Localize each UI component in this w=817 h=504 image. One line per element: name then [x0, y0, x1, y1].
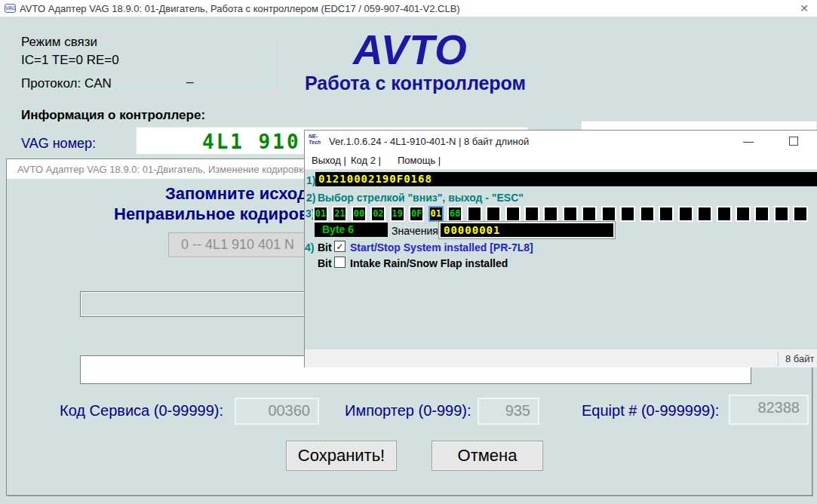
hex-byte-cell[interactable] [754, 206, 769, 222]
main-window-title: AVTO Адаптер VAG 18.9.0: 01-Двигатель, Р… [20, 3, 460, 14]
app-icon: VAG [5, 4, 16, 13]
byte-value-field[interactable]: 00000001 [439, 222, 615, 238]
hex-byte-cell[interactable] [582, 206, 597, 222]
netech-menubar: Выход | Код 2 | Помощь | [305, 152, 817, 170]
maximize-square [789, 137, 798, 146]
value-label: Значения: [392, 225, 441, 237]
importer-field[interactable]: 935 [478, 398, 539, 425]
bit0-checkbox[interactable]: ✓ [334, 241, 346, 252]
statusbar-text: 8 байт длиной [785, 353, 817, 364]
page-subtitle: Работа с контроллером [305, 72, 526, 94]
hex-byte-cell[interactable] [486, 206, 501, 222]
save-button[interactable]: Сохранить! [286, 441, 397, 471]
bit0-label: Start/Stop System installed [PR-7L8] [350, 241, 533, 254]
netech-logo-icon: NE- Tech [309, 134, 325, 147]
close-icon[interactable]: ✕ [794, 1, 815, 16]
service-code-field[interactable]: 00360 [235, 398, 319, 425]
hex-byte-cell[interactable] [563, 206, 578, 222]
hex-byte-cell[interactable] [678, 206, 693, 222]
netech-window-title: Ver.1.0.6.24 - 4L1-910-401-N | 8 байт дл… [329, 136, 529, 147]
controller-info-header: Информация о контроллере: [21, 108, 205, 123]
menu-item-exit[interactable]: Выход | [312, 155, 346, 166]
hex-byte-cell[interactable]: 00 [352, 206, 367, 222]
main-window-titlebar: VAG AVTO Адаптер VAG 18.9.0: 01-Двигател… [0, 0, 817, 17]
hex-byte-cell[interactable] [659, 206, 674, 222]
comm-mode-header: Режим связи [21, 35, 97, 50]
hex-byte-cell[interactable] [601, 206, 616, 222]
bit1-checkbox[interactable] [334, 257, 346, 268]
hex-byte-cell[interactable] [543, 206, 558, 222]
hex-byte-cell[interactable] [697, 206, 712, 222]
cancel-button[interactable]: Отмена [432, 441, 543, 471]
row2-number: 2) [306, 192, 315, 204]
minimize-icon[interactable]: — [739, 133, 758, 149]
statusbar-divider [778, 352, 779, 366]
navigation-hint: Выбор стрелкой "вниз", выход - "ESC" [318, 192, 524, 204]
hex-byte-cell[interactable] [505, 206, 521, 222]
hex-byte-cell[interactable] [774, 206, 789, 222]
hex-byte-row: 01 21 00 02 19 0F 01 68 [313, 206, 817, 223]
hex-byte-cell[interactable]: 19 [390, 206, 405, 222]
hex-byte-cell[interactable] [620, 206, 635, 222]
coding-hex-string-field[interactable]: 01210002190F0168 [315, 172, 817, 186]
equip-number-field[interactable]: 82388 [729, 395, 809, 425]
hex-byte-cell[interactable] [736, 206, 751, 222]
comm-dash: – [186, 75, 193, 90]
netech-logo-line1: NE- [309, 134, 318, 139]
bit1-label: Intake Rain/Snow Flap installed [350, 257, 508, 269]
selected-byte-name: Byte 6 [315, 223, 388, 237]
hex-byte-cell[interactable]: 0F [409, 206, 424, 222]
row1-number: 1) [306, 174, 315, 186]
maximize-icon[interactable] [784, 134, 803, 151]
comm-mode-values: IC=1 TE=0 RE=0 [21, 53, 119, 68]
hex-byte-cell[interactable] [793, 206, 808, 222]
hex-byte-cell[interactable]: 01 [313, 206, 328, 222]
hex-byte-cell[interactable] [467, 206, 482, 222]
hex-byte-cell[interactable]: 02 [370, 206, 385, 222]
hex-byte-cell[interactable]: 21 [332, 206, 347, 222]
netech-code2-window: NE- Tech Ver.1.0.6.24 - 4L1-910-401-N | … [304, 130, 817, 367]
menu-item-code2[interactable]: Код 2 | [351, 155, 381, 166]
vag-number-label: VAG номер: [21, 136, 96, 152]
equip-number-label: Equipt # (0-999999): [582, 402, 719, 419]
coding-window-title: AVTO Адаптер VAG 18.9.0: 01-Двигатель, И… [17, 164, 338, 175]
warning-line-2: Неправильное кодирова [114, 204, 318, 224]
hex-byte-cell[interactable] [717, 206, 732, 222]
protocol-label: Протокол: CAN [21, 76, 112, 91]
hex-byte-cell-selected[interactable]: 01 [428, 206, 444, 222]
service-code-label: Код Сервиса (0-99999): [60, 402, 223, 419]
avto-logo: AVTO [353, 26, 564, 74]
row4-number: 4) [305, 241, 314, 254]
hex-byte-cell[interactable]: 68 [447, 206, 462, 222]
netech-titlebar: NE- Tech Ver.1.0.6.24 - 4L1-910-401-N | … [305, 131, 817, 152]
importer-label: Импортер (0-999): [345, 402, 471, 419]
hex-byte-cell[interactable] [640, 206, 655, 222]
netech-logo-line2: Tech [309, 140, 321, 145]
netech-statusbar: 8 байт длиной [305, 349, 817, 367]
hex-byte-cell[interactable] [524, 206, 539, 222]
menu-item-help[interactable]: Помощь | [398, 155, 441, 166]
